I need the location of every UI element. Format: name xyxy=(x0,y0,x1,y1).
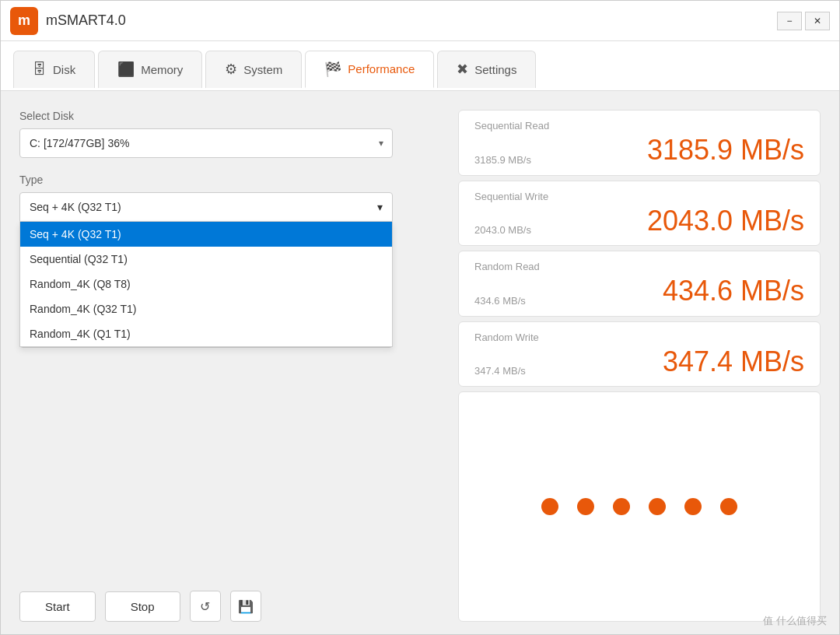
window-controls: − ✕ xyxy=(777,12,830,30)
app-title: mSMART4.0 xyxy=(46,12,126,29)
disk-dropdown[interactable]: C: [172/477GB] 36% xyxy=(19,128,393,158)
seq-read-card: Sequential Read 3185.9 MB/s 3185.9 MB/s xyxy=(458,110,821,176)
minimize-button[interactable]: − xyxy=(777,12,802,30)
watermark: 值 什么值得买 xyxy=(763,614,827,628)
dot-2 xyxy=(577,498,594,515)
save-icon: 💾 xyxy=(238,599,254,614)
memory-icon: ⬛ xyxy=(117,61,135,78)
system-icon: ⚙ xyxy=(225,61,237,78)
seq-write-large: 2043.0 MB/s xyxy=(647,205,804,237)
rand-write-label: Random Write xyxy=(474,332,804,343)
right-panel: Sequential Read 3185.9 MB/s 3185.9 MB/s … xyxy=(458,110,821,622)
type-section-label: Type xyxy=(19,174,439,186)
start-button[interactable]: Start xyxy=(19,591,96,622)
type-dropdown-value: Seq + 4K (Q32 T1) xyxy=(30,201,121,213)
type-dropdown-header[interactable]: Seq + 4K (Q32 T1) ▾ xyxy=(19,192,393,222)
tab-disk-label: Disk xyxy=(53,63,75,76)
rand-read-small: 434.6 MB/s xyxy=(474,295,526,307)
stop-button[interactable]: Stop xyxy=(105,591,180,622)
performance-icon: 🏁 xyxy=(324,61,341,78)
dot-5 xyxy=(684,498,702,515)
close-button[interactable]: ✕ xyxy=(805,12,830,30)
dot-6 xyxy=(720,498,737,515)
seq-read-label: Sequential Read xyxy=(474,120,804,132)
tab-performance[interactable]: 🏁 Performance xyxy=(305,51,434,88)
rand-write-small: 347.4 MB/s xyxy=(474,365,526,377)
save-button[interactable]: 💾 xyxy=(230,591,261,622)
nav-bar: 🗄 Disk ⬛ Memory ⚙ System 🏁 Performance ✖… xyxy=(1,41,839,91)
tab-system-label: System xyxy=(243,63,282,76)
seq-write-label: Sequential Write xyxy=(474,191,804,202)
type-dropdown-chevron: ▾ xyxy=(377,201,383,213)
title-bar: m mSMART4.0 − ✕ xyxy=(1,1,839,41)
type-dropdown-container: Seq + 4K (Q32 T1) ▾ Seq + 4K (Q32 T1) Se… xyxy=(19,192,393,222)
disk-dropdown-wrapper: C: [172/477GB] 36% ▾ xyxy=(19,128,393,158)
tab-memory[interactable]: ⬛ Memory xyxy=(98,51,202,88)
type-option-seq4k[interactable]: Seq + 4K (Q32 T1) xyxy=(20,222,392,247)
rand-read-card: Random Read 434.6 MB/s 434.6 MB/s xyxy=(458,251,821,317)
left-panel: Select Disk C: [172/477GB] 36% ▾ Type Se… xyxy=(19,110,439,622)
dot-3 xyxy=(613,498,630,515)
rand-write-row: 347.4 MB/s 347.4 MB/s xyxy=(474,346,804,377)
type-option-random4k-q32t1[interactable]: Random_4K (Q32 T1) xyxy=(20,296,392,321)
tab-performance-label: Performance xyxy=(348,62,415,75)
disk-icon: 🗄 xyxy=(33,61,47,78)
bottom-actions: Start Stop ↺ 💾 xyxy=(19,575,439,622)
main-window: m mSMART4.0 − ✕ 🗄 Disk ⬛ Memory ⚙ System… xyxy=(0,0,840,635)
seq-read-large: 3185.9 MB/s xyxy=(647,135,804,166)
dot-4 xyxy=(649,498,666,515)
tab-system[interactable]: ⚙ System xyxy=(205,51,302,88)
type-option-random4k-q8t8[interactable]: Random_4K (Q8 T8) xyxy=(20,272,392,296)
seq-write-row: 2043.0 MB/s 2043.0 MB/s xyxy=(474,205,804,237)
tab-settings[interactable]: ✖ Settings xyxy=(437,51,536,88)
tab-disk[interactable]: 🗄 Disk xyxy=(13,51,95,88)
refresh-button[interactable]: ↺ xyxy=(190,591,221,622)
tab-settings-label: Settings xyxy=(474,63,516,76)
rand-write-large: 347.4 MB/s xyxy=(663,346,804,377)
main-content: Select Disk C: [172/477GB] 36% ▾ Type Se… xyxy=(1,91,839,634)
rand-read-large: 434.6 MB/s xyxy=(663,275,804,307)
type-option-sequential[interactable]: Sequential (Q32 T1) xyxy=(20,247,392,272)
rand-write-card: Random Write 347.4 MB/s 347.4 MB/s xyxy=(458,321,821,388)
disk-section-label: Select Disk xyxy=(19,110,439,122)
progress-dots-card xyxy=(458,391,821,622)
seq-write-card: Sequential Write 2043.0 MB/s 2043.0 MB/s xyxy=(458,181,821,247)
disk-section: Select Disk C: [172/477GB] 36% ▾ xyxy=(19,110,439,158)
tab-memory-label: Memory xyxy=(141,63,183,76)
rand-read-row: 434.6 MB/s 434.6 MB/s xyxy=(474,275,804,307)
dot-1 xyxy=(541,498,558,515)
type-section: Type Seq + 4K (Q32 T1) ▾ Seq + 4K (Q32 T… xyxy=(19,174,439,222)
seq-read-row: 3185.9 MB/s 3185.9 MB/s xyxy=(474,135,804,166)
type-dropdown-list: Seq + 4K (Q32 T1) Sequential (Q32 T1) Ra… xyxy=(19,222,393,347)
refresh-icon: ↺ xyxy=(200,599,210,614)
title-left: m mSMART4.0 xyxy=(10,7,126,35)
rand-read-label: Random Read xyxy=(474,261,804,272)
settings-icon: ✖ xyxy=(457,61,468,78)
seq-read-small: 3185.9 MB/s xyxy=(474,154,531,166)
app-icon: m xyxy=(10,7,38,35)
seq-write-small: 2043.0 MB/s xyxy=(474,224,531,236)
type-option-random4k-q1t1[interactable]: Random_4K (Q1 T1) xyxy=(20,321,392,346)
